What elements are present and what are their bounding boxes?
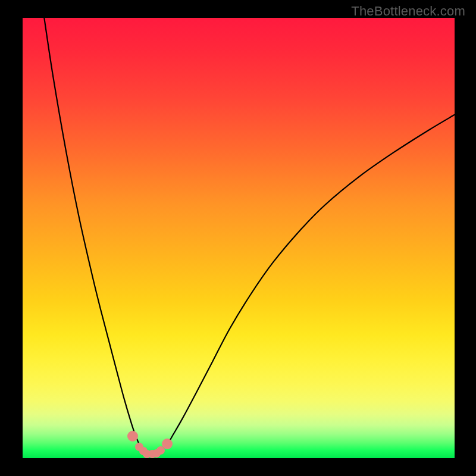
marker-dot: [127, 431, 138, 441]
watermark-text: TheBottleneck.com: [351, 4, 465, 19]
marker-dot: [162, 439, 173, 449]
plot-area: [23, 18, 455, 458]
marker-layer: [23, 18, 455, 458]
chart-container: TheBottleneck.com: [0, 0, 476, 476]
